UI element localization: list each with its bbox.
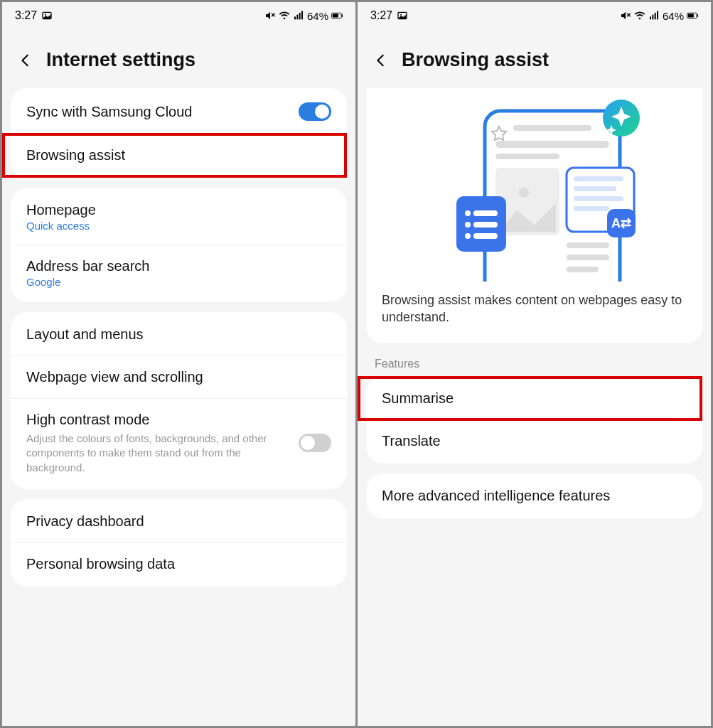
svg-rect-16: [652, 15, 653, 20]
address-bar-sub: Google: [26, 276, 331, 288]
settings-group-2: Homepage Quick access Address bar search…: [11, 188, 347, 302]
status-time: 3:27: [370, 9, 392, 22]
svg-rect-33: [473, 210, 498, 216]
address-bar-label: Address bar search: [26, 258, 331, 274]
settings-group-1: Sync with Samsung Cloud Browsing assist: [11, 88, 347, 178]
sync-samsung-cloud-row[interactable]: Sync with Samsung Cloud: [11, 90, 347, 134]
picture-icon: [397, 10, 408, 21]
battery-percent: 64%: [663, 10, 684, 22]
svg-point-12: [400, 14, 402, 16]
browsing-assist-hero: A⇄ Browsing assist makes content on webp…: [366, 88, 702, 343]
webpage-view-label: Webpage view and scrolling: [26, 369, 331, 385]
personal-browsing-label: Personal browsing data: [26, 556, 331, 572]
layout-menus-row[interactable]: Layout and menus: [11, 314, 347, 355]
svg-point-27: [519, 188, 529, 198]
svg-rect-20: [697, 14, 698, 17]
signal-icon: [648, 10, 660, 21]
privacy-dashboard-row[interactable]: Privacy dashboard: [11, 500, 347, 542]
svg-rect-37: [473, 233, 498, 239]
privacy-dashboard-label: Privacy dashboard: [26, 513, 331, 530]
high-contrast-desc: Adjust the colours of fonts, backgrounds…: [26, 432, 268, 475]
svg-rect-29: [567, 255, 609, 260]
browsing-assist-row[interactable]: Browsing assist: [11, 134, 347, 176]
address-bar-search-row[interactable]: Address bar search Google: [11, 245, 347, 301]
svg-point-32: [465, 210, 471, 216]
homepage-row[interactable]: Homepage Quick access: [11, 189, 347, 245]
browsing-assist-description: Browsing assist makes content on webpage…: [375, 282, 694, 326]
summarise-row[interactable]: Summarise: [366, 378, 702, 419]
more-features-label: More advanced intelligence features: [382, 488, 687, 504]
svg-point-34: [465, 222, 471, 228]
svg-point-1: [45, 14, 46, 16]
status-bar: 3:27 64%: [2, 2, 355, 29]
svg-rect-25: [495, 154, 559, 159]
more-features-group: More advanced intelligence features: [366, 473, 702, 518]
high-contrast-label: High contrast mode: [26, 412, 289, 428]
battery-icon: [331, 10, 343, 21]
sync-label: Sync with Samsung Cloud: [26, 104, 289, 120]
layout-menus-label: Layout and menus: [26, 326, 331, 343]
svg-rect-21: [688, 14, 694, 18]
svg-rect-6: [299, 13, 301, 19]
sync-toggle[interactable]: [299, 102, 331, 121]
battery-icon: [687, 10, 698, 21]
homepage-label: Homepage: [26, 202, 331, 218]
svg-rect-41: [574, 196, 623, 201]
settings-group-4: Privacy dashboard Personal browsing data: [11, 499, 347, 587]
features-section-label: Features: [358, 353, 711, 376]
more-features-row[interactable]: More advanced intelligence features: [366, 475, 702, 517]
page-header: Browsing assist: [358, 29, 711, 88]
personal-browsing-row[interactable]: Personal browsing data: [11, 542, 347, 585]
mute-icon: [264, 10, 276, 21]
svg-rect-9: [342, 14, 343, 17]
svg-rect-18: [657, 11, 658, 19]
features-group: Summarise Translate: [366, 376, 702, 464]
page-title: Internet settings: [46, 49, 195, 71]
phone-right: 3:27 64% Browsing assist: [358, 2, 711, 726]
wifi-icon: [634, 10, 645, 21]
high-contrast-toggle[interactable]: [299, 434, 331, 452]
svg-rect-35: [473, 222, 498, 228]
mute-icon: [620, 10, 631, 21]
picture-icon: [41, 10, 53, 21]
svg-rect-23: [513, 125, 591, 131]
browsing-assist-illustration: A⇄: [428, 97, 641, 282]
svg-rect-42: [574, 206, 609, 211]
translate-label: Translate: [382, 433, 687, 449]
svg-rect-30: [567, 267, 599, 272]
homepage-sub: Quick access: [26, 220, 331, 232]
svg-rect-5: [296, 15, 298, 20]
browsing-assist-label: Browsing assist: [26, 147, 331, 164]
svg-rect-28: [567, 242, 609, 248]
svg-rect-40: [574, 186, 616, 191]
page-title: Browsing assist: [402, 49, 549, 71]
high-contrast-row[interactable]: High contrast mode Adjust the colours of…: [11, 398, 347, 488]
back-button[interactable]: [18, 53, 33, 68]
battery-percent: 64%: [307, 10, 328, 22]
svg-point-36: [465, 233, 471, 239]
svg-rect-10: [333, 14, 338, 18]
settings-group-3: Layout and menus Webpage view and scroll…: [11, 312, 347, 489]
webpage-view-row[interactable]: Webpage view and scrolling: [11, 355, 347, 398]
svg-rect-15: [650, 16, 651, 19]
translate-row[interactable]: Translate: [366, 419, 702, 462]
svg-rect-39: [574, 176, 623, 181]
svg-rect-4: [294, 16, 296, 19]
svg-rect-17: [655, 13, 656, 19]
svg-rect-7: [301, 11, 303, 19]
back-button[interactable]: [373, 53, 389, 68]
page-header: Internet settings: [2, 29, 355, 88]
status-time: 3:27: [15, 9, 37, 22]
wifi-icon: [279, 10, 290, 21]
summarise-label: Summarise: [382, 390, 687, 407]
svg-rect-24: [495, 141, 609, 148]
status-bar: 3:27 64%: [358, 2, 711, 29]
signal-icon: [293, 10, 304, 21]
phone-left: 3:27 64% Internet settings Sync with Sam…: [2, 2, 355, 726]
svg-text:A⇄: A⇄: [611, 216, 631, 230]
